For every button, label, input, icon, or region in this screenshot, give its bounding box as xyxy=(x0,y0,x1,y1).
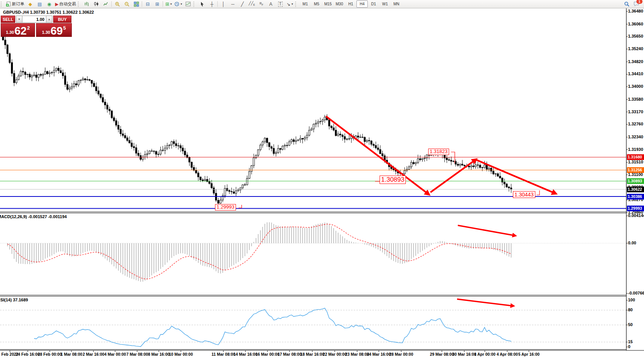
cursor-icon xyxy=(200,2,204,6)
price-annotation-label[interactable]: 1.29993 xyxy=(215,204,236,211)
sell-button[interactable]: SELL xyxy=(1,16,15,23)
sell-price-pip: 2 xyxy=(27,25,30,31)
zoom-out-button[interactable] xyxy=(122,0,131,8)
vertical-line-button[interactable]: │ xyxy=(218,0,228,8)
macd-indicator-label: MACD(12,26,9) -0.001527 -0.001194 xyxy=(0,214,67,219)
sell-price-main: 62 xyxy=(14,26,27,36)
candlestick-chart-button[interactable] xyxy=(92,0,101,8)
toolbar: 新订单 ◆ ▤ ◉ ▶ 自动交易 ⊟ ⊞ ⊞▾ ▾ xyxy=(0,0,644,8)
indicators-icon xyxy=(185,2,191,6)
price-annotation-label[interactable]: 1.31823 xyxy=(428,149,449,155)
dropdown-caret-icon: ▾ xyxy=(291,2,293,6)
trendline-icon: ╱ xyxy=(241,2,244,6)
dropdown-caret-icon: ▾ xyxy=(180,2,182,6)
zoom-in-button[interactable] xyxy=(112,0,122,8)
text-label-icon: T xyxy=(278,2,283,7)
timeframe-D1[interactable]: D1 xyxy=(368,0,379,8)
arrows-icon: ↘ xyxy=(286,2,290,6)
zoom-out-icon xyxy=(124,2,130,7)
line-chart-icon xyxy=(103,2,108,6)
toolbar-grip xyxy=(193,2,196,7)
new-order-label: 新订单 xyxy=(12,1,24,7)
timeframe-M5[interactable]: M5 xyxy=(311,0,322,8)
tile-windows-button[interactable] xyxy=(131,0,141,8)
timeframe-MN[interactable]: MN xyxy=(391,0,402,8)
mt4-window: 新订单 ◆ ▤ ◉ ▶ 自动交易 ⊟ ⊞ ⊞▾ ▾ xyxy=(0,0,644,358)
notification-badge: 1 xyxy=(636,0,642,4)
cascade-charts-button[interactable]: ⊞ xyxy=(152,0,162,8)
timeframe-group: M1M5M15M30H1H4D1W1MN xyxy=(299,0,402,8)
text-icon: A xyxy=(269,2,272,6)
timeframe-M15[interactable]: M15 xyxy=(322,0,334,8)
candlestick-chart-icon xyxy=(94,2,99,6)
fibonacci-button[interactable]: ≡F xyxy=(256,0,266,8)
channel-button[interactable]: ╱╱E xyxy=(247,0,256,8)
timeframe-W1[interactable]: W1 xyxy=(379,0,391,8)
new-order-icon xyxy=(6,2,11,6)
new-chart-button[interactable]: ⊞▾ xyxy=(164,0,173,8)
macd-panel[interactable] xyxy=(0,213,626,295)
fibonacci-icon: ≡F xyxy=(259,1,263,7)
bar-chart-button[interactable] xyxy=(82,0,92,8)
time-axis[interactable] xyxy=(0,350,626,358)
crosshair-button[interactable]: ┼ xyxy=(207,0,217,8)
cascade-icon: ⊞ xyxy=(155,2,159,6)
buy-price-main: 69 xyxy=(51,26,63,36)
rsi-panel[interactable] xyxy=(0,296,626,350)
autotrade-button[interactable]: ▶ 自动交易 xyxy=(54,0,77,8)
deposit-button[interactable]: ◆ xyxy=(25,0,35,8)
one-click-trading-panel: SELL ▼ ▲ BUY 1.30622 1.30695 xyxy=(1,16,73,38)
dropdown-caret-icon: ▾ xyxy=(170,2,172,6)
sell-price-prefix: 1.30 xyxy=(6,30,14,35)
rsi-indicator-label: RSI(14) 37.1689 xyxy=(0,298,28,302)
vertical-line-icon: │ xyxy=(222,2,225,6)
zoom-in-icon xyxy=(115,2,120,7)
buy-price-prefix: 1.30 xyxy=(42,30,50,35)
timeframe-M30[interactable]: M30 xyxy=(334,0,345,8)
periods-button[interactable]: ▾ xyxy=(173,0,183,8)
line-chart-button[interactable] xyxy=(101,0,111,8)
horizontal-line-icon: ─ xyxy=(231,2,234,6)
tile-windows-icon xyxy=(134,2,139,7)
indicators-button[interactable] xyxy=(183,0,193,8)
buy-price-pip: 5 xyxy=(63,25,66,31)
sell-quote-button[interactable]: 1.30622 xyxy=(1,23,35,37)
price-annotation-label[interactable]: 1.30893 xyxy=(380,176,406,184)
price-annotation-label[interactable]: 1.30443 xyxy=(513,191,535,198)
trendline-button[interactable]: ╱ xyxy=(237,0,247,8)
toolbar-grip xyxy=(78,2,81,7)
bar-chart-icon xyxy=(84,2,89,6)
autotrade-label: 自动交易 xyxy=(59,1,76,7)
new-order-button[interactable]: 新订单 xyxy=(5,0,25,8)
arrows-button[interactable]: ↘▾ xyxy=(285,0,294,8)
toolbar-grip xyxy=(1,2,4,7)
timeframe-H4[interactable]: H4 xyxy=(356,0,368,8)
volume-increase-button[interactable]: ▲ xyxy=(46,16,52,23)
signals-icon: ◉ xyxy=(47,2,51,6)
text-button[interactable]: A xyxy=(266,0,275,8)
profiles-icon: ▤ xyxy=(38,2,42,6)
buy-button[interactable]: BUY xyxy=(53,16,71,23)
search-button[interactable] xyxy=(622,0,631,8)
buy-quote-button[interactable]: 1.30695 xyxy=(36,23,72,37)
arrange-icon: ⊟ xyxy=(146,2,150,6)
profiles-button[interactable]: ▤ xyxy=(35,0,44,8)
periods-clock-icon xyxy=(174,2,179,6)
text-label-button[interactable]: T xyxy=(275,0,285,8)
volume-input[interactable] xyxy=(22,16,46,23)
main-chart-panel[interactable] xyxy=(0,8,626,213)
timeframe-H1[interactable]: H1 xyxy=(345,0,356,8)
price-axis[interactable] xyxy=(626,8,644,350)
toolbar-grip xyxy=(295,2,298,7)
crosshair-icon: ┼ xyxy=(210,2,214,6)
notifications-button[interactable]: 1 xyxy=(631,0,641,8)
signals-button[interactable]: ◉ xyxy=(44,0,54,8)
volume-decrease-button[interactable]: ▼ xyxy=(16,16,22,23)
horizontal-line-button[interactable]: ─ xyxy=(228,0,237,8)
cursor-button[interactable] xyxy=(198,0,207,8)
timeframe-M1[interactable]: M1 xyxy=(299,0,311,8)
search-icon xyxy=(624,2,630,7)
chart-title: GBPUSD-,H4 1.30730 1.30751 1.30622 1.306… xyxy=(3,10,94,14)
arrange-charts-button[interactable]: ⊟ xyxy=(143,0,152,8)
equidistant-channel-icon: ╱╱E xyxy=(248,1,255,7)
